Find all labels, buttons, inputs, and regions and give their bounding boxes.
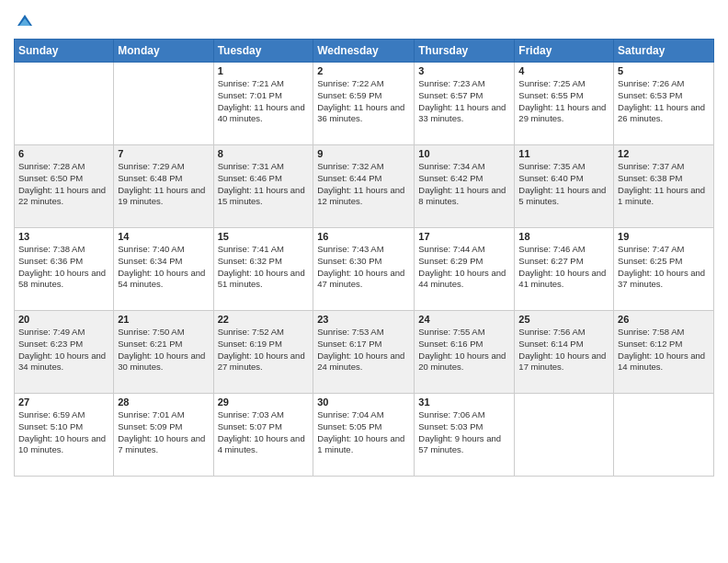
daylight-text: Daylight: 10 hours and 58 minutes. — [18, 268, 109, 292]
sunrise-text: Sunrise: 7:06 AM — [418, 409, 510, 421]
table-row — [15, 63, 114, 145]
day-number: 7 — [118, 148, 209, 159]
calendar-week-row: 1Sunrise: 7:21 AMSunset: 7:01 PMDaylight… — [15, 63, 714, 145]
day-number: 9 — [317, 148, 410, 159]
table-row: 19Sunrise: 7:47 AMSunset: 6:25 PMDayligh… — [614, 228, 714, 311]
col-friday: Friday — [515, 40, 614, 63]
day-number: 14 — [118, 231, 209, 242]
sunset-text: Sunset: 6:12 PM — [618, 339, 710, 350]
table-row: 30Sunrise: 7:04 AMSunset: 5:05 PMDayligh… — [313, 394, 415, 477]
daylight-text: Daylight: 10 hours and 30 minutes. — [118, 350, 209, 374]
sunset-text: Sunset: 6:14 PM — [518, 339, 609, 350]
table-row: 18Sunrise: 7:46 AMSunset: 6:27 PMDayligh… — [515, 228, 614, 311]
sunset-text: Sunset: 7:01 PM — [218, 90, 310, 102]
day-info: Sunrise: 7:26 AMSunset: 6:53 PMDaylight:… — [618, 78, 710, 125]
daylight-text: Daylight: 10 hours and 37 minutes. — [618, 268, 710, 292]
day-info: Sunrise: 7:32 AMSunset: 6:44 PMDaylight:… — [317, 161, 410, 208]
daylight-text: Daylight: 11 hours and 36 minutes. — [317, 102, 410, 126]
sunset-text: Sunset: 6:53 PM — [618, 90, 710, 102]
table-row: 6Sunrise: 7:28 AMSunset: 6:50 PMDaylight… — [15, 145, 114, 228]
table-row: 2Sunrise: 7:22 AMSunset: 6:59 PMDaylight… — [313, 63, 415, 145]
table-row: 31Sunrise: 7:06 AMSunset: 5:03 PMDayligh… — [415, 394, 515, 477]
table-row: 15Sunrise: 7:41 AMSunset: 6:32 PMDayligh… — [213, 228, 313, 311]
header — [14, 9, 714, 31]
day-info: Sunrise: 7:22 AMSunset: 6:59 PMDaylight:… — [317, 78, 410, 125]
page: Sunday Monday Tuesday Wednesday Thursday… — [0, 0, 728, 563]
table-row: 8Sunrise: 7:31 AMSunset: 6:46 PMDaylight… — [213, 145, 313, 228]
day-info: Sunrise: 7:29 AMSunset: 6:48 PMDaylight:… — [118, 161, 209, 208]
sunset-text: Sunset: 6:59 PM — [317, 90, 410, 102]
day-info: Sunrise: 7:31 AMSunset: 6:46 PMDaylight:… — [218, 161, 310, 208]
daylight-text: Daylight: 11 hours and 1 minute. — [618, 185, 710, 209]
daylight-text: Daylight: 11 hours and 19 minutes. — [118, 185, 209, 209]
day-info: Sunrise: 7:01 AMSunset: 5:09 PMDaylight:… — [118, 409, 209, 456]
daylight-text: Daylight: 11 hours and 26 minutes. — [618, 102, 710, 126]
sunrise-text: Sunrise: 7:43 AM — [317, 244, 410, 256]
sunset-text: Sunset: 6:32 PM — [218, 256, 310, 268]
table-row: 4Sunrise: 7:25 AMSunset: 6:55 PMDaylight… — [515, 63, 614, 145]
sunrise-text: Sunrise: 7:40 AM — [118, 244, 209, 256]
sunset-text: Sunset: 5:05 PM — [317, 421, 410, 433]
daylight-text: Daylight: 11 hours and 22 minutes. — [18, 185, 109, 209]
day-info: Sunrise: 7:23 AMSunset: 6:57 PMDaylight:… — [418, 78, 510, 125]
sunset-text: Sunset: 5:09 PM — [118, 421, 209, 433]
day-number: 25 — [518, 314, 609, 325]
day-info: Sunrise: 7:21 AMSunset: 7:01 PMDaylight:… — [218, 78, 310, 125]
day-info: Sunrise: 7:44 AMSunset: 6:29 PMDaylight:… — [418, 244, 510, 291]
sunrise-text: Sunrise: 7:28 AM — [18, 161, 109, 173]
sunrise-text: Sunrise: 7:21 AM — [218, 78, 310, 90]
sunrise-text: Sunrise: 7:04 AM — [317, 409, 410, 421]
sunrise-text: Sunrise: 6:59 AM — [18, 409, 109, 421]
calendar-week-row: 27Sunrise: 6:59 AMSunset: 5:10 PMDayligh… — [15, 394, 714, 477]
logo-icon — [16, 13, 34, 31]
daylight-text: Daylight: 10 hours and 14 minutes. — [618, 350, 710, 374]
day-info: Sunrise: 7:58 AMSunset: 6:12 PMDaylight:… — [618, 327, 710, 373]
table-row: 27Sunrise: 6:59 AMSunset: 5:10 PMDayligh… — [15, 394, 114, 477]
sunrise-text: Sunrise: 7:01 AM — [118, 409, 209, 421]
sunset-text: Sunset: 6:29 PM — [418, 256, 510, 268]
day-info: Sunrise: 7:49 AMSunset: 6:23 PMDaylight:… — [18, 327, 109, 373]
sunset-text: Sunset: 6:44 PM — [317, 173, 410, 185]
sunset-text: Sunset: 6:25 PM — [618, 256, 710, 268]
sunrise-text: Sunrise: 7:29 AM — [118, 161, 209, 173]
day-number: 16 — [317, 231, 410, 242]
sunrise-text: Sunrise: 7:37 AM — [618, 161, 710, 173]
day-number: 19 — [618, 231, 710, 242]
daylight-text: Daylight: 10 hours and 41 minutes. — [518, 268, 609, 292]
day-number: 4 — [518, 65, 609, 76]
daylight-text: Daylight: 10 hours and 24 minutes. — [317, 350, 410, 374]
table-row: 9Sunrise: 7:32 AMSunset: 6:44 PMDaylight… — [313, 145, 415, 228]
sunset-text: Sunset: 6:21 PM — [118, 339, 209, 350]
col-saturday: Saturday — [614, 40, 714, 63]
daylight-text: Daylight: 10 hours and 4 minutes. — [218, 433, 310, 457]
table-row: 17Sunrise: 7:44 AMSunset: 6:29 PMDayligh… — [415, 228, 515, 311]
sunset-text: Sunset: 5:10 PM — [18, 421, 109, 433]
table-row: 20Sunrise: 7:49 AMSunset: 6:23 PMDayligh… — [15, 311, 114, 394]
day-info: Sunrise: 7:38 AMSunset: 6:36 PMDaylight:… — [18, 244, 109, 291]
table-row: 16Sunrise: 7:43 AMSunset: 6:30 PMDayligh… — [313, 228, 415, 311]
sunset-text: Sunset: 6:16 PM — [418, 339, 510, 350]
day-number: 15 — [218, 231, 310, 242]
table-row: 5Sunrise: 7:26 AMSunset: 6:53 PMDaylight… — [614, 63, 714, 145]
sunset-text: Sunset: 6:46 PM — [218, 173, 310, 185]
day-info: Sunrise: 7:52 AMSunset: 6:19 PMDaylight:… — [218, 327, 310, 373]
day-number: 26 — [618, 314, 710, 325]
table-row: 13Sunrise: 7:38 AMSunset: 6:36 PMDayligh… — [15, 228, 114, 311]
sunrise-text: Sunrise: 7:31 AM — [218, 161, 310, 173]
day-number: 31 — [418, 396, 510, 408]
logo-area — [14, 9, 34, 31]
table-row: 22Sunrise: 7:52 AMSunset: 6:19 PMDayligh… — [213, 311, 313, 394]
day-number: 24 — [418, 314, 510, 325]
day-number: 17 — [418, 231, 510, 242]
day-number: 10 — [418, 148, 510, 159]
daylight-text: Daylight: 11 hours and 8 minutes. — [418, 185, 510, 209]
daylight-text: Daylight: 10 hours and 10 minutes. — [18, 433, 109, 457]
sunrise-text: Sunrise: 7:41 AM — [218, 244, 310, 256]
day-info: Sunrise: 7:47 AMSunset: 6:25 PMDaylight:… — [618, 244, 710, 291]
day-number: 23 — [317, 314, 410, 325]
day-number: 12 — [618, 148, 710, 159]
sunrise-text: Sunrise: 7:47 AM — [618, 244, 710, 256]
day-number: 3 — [418, 65, 510, 76]
day-info: Sunrise: 7:46 AMSunset: 6:27 PMDaylight:… — [518, 244, 609, 291]
sunrise-text: Sunrise: 7:55 AM — [418, 327, 510, 339]
